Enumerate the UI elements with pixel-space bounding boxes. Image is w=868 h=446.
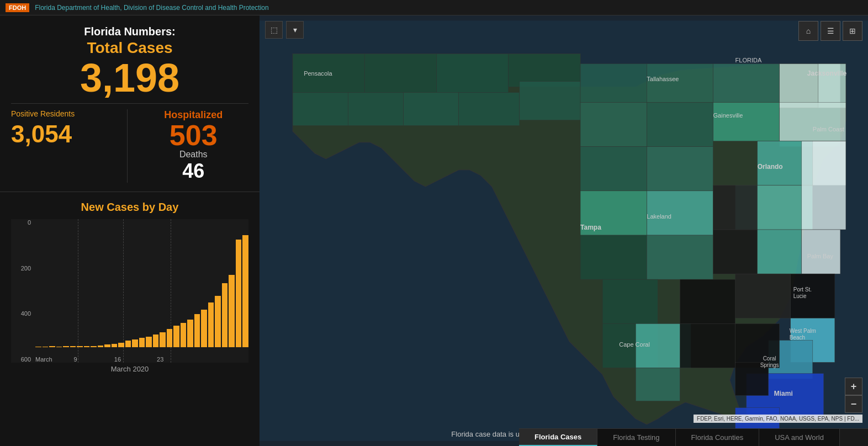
tab-florida-cases[interactable]: Florida Cases <box>519 429 597 446</box>
list-icon: ☰ <box>827 26 834 35</box>
tab-florida-testing-label: Florida Testing <box>613 433 659 442</box>
map-top-right-toolbar: ⌂ ☰ ⊞ <box>798 21 862 41</box>
zoom-out-button[interactable]: − <box>845 395 862 413</box>
tab-florida-counties-label: Florida Counties <box>691 433 744 442</box>
chart-area: New Cases by Day 600 400 200 0 March <box>0 192 260 446</box>
svg-text:FLORIDA: FLORIDA <box>735 57 762 63</box>
svg-rect-36 <box>602 279 658 323</box>
bar-19 <box>167 329 173 347</box>
svg-text:Orlando: Orlando <box>758 163 783 171</box>
svg-rect-24 <box>580 103 647 147</box>
svg-rect-10 <box>580 63 647 102</box>
header-logo: FDOH <box>6 3 29 12</box>
main-content: Florida Numbers: Total Cases 3,198 Posit… <box>0 15 868 446</box>
bar-14 <box>132 339 138 347</box>
svg-rect-33 <box>758 230 802 274</box>
bar-29 <box>236 240 242 347</box>
svg-rect-7 <box>403 93 458 126</box>
svg-text:Gainesville: Gainesville <box>713 112 743 119</box>
svg-text:Tallahassee: Tallahassee <box>647 76 679 83</box>
bar-21 <box>181 323 187 347</box>
svg-rect-25 <box>647 147 713 191</box>
bar-24 <box>201 310 207 347</box>
sub-stats: Positive Residents 3,054 Hospitalized 50… <box>11 103 248 183</box>
positive-residents-value: 3,054 <box>11 120 121 148</box>
header: FDOH Florida Department of Health, Divis… <box>0 0 868 15</box>
svg-rect-9 <box>520 82 580 120</box>
x-label-9: 9 <box>73 356 77 363</box>
chart-title: New Cases by Day <box>11 201 248 214</box>
bar-25 <box>208 302 214 347</box>
florida-map: Pensacola Tallahassee FLORIDA Jacksonvil… <box>260 15 868 446</box>
total-cases-value: 3,198 <box>11 58 248 98</box>
x-axis: March 9 16 23 <box>35 347 248 363</box>
y-label-200: 200 <box>11 265 33 272</box>
bar-12 <box>118 343 124 347</box>
bar-13 <box>125 341 131 347</box>
tab-florida-cases-label: Florida Cases <box>534 433 581 441</box>
x-label-16: 16 <box>114 356 121 363</box>
grid-icon: ⊞ <box>849 26 856 35</box>
svg-rect-40 <box>680 279 735 323</box>
svg-rect-35 <box>802 230 840 274</box>
svg-rect-34 <box>735 274 791 318</box>
bar-27 <box>222 283 228 347</box>
home-button[interactable]: ⌂ <box>798 21 818 41</box>
select-tool-button[interactable]: ⬚ <box>265 21 283 39</box>
svg-rect-30 <box>647 235 713 279</box>
grid-view-button[interactable]: ⊞ <box>843 21 862 41</box>
left-panel: Florida Numbers: Total Cases 3,198 Posit… <box>0 15 260 446</box>
chart-container: 600 400 200 0 March 9 16 23 <box>11 219 248 363</box>
svg-rect-29 <box>580 235 647 279</box>
bar-18 <box>160 332 166 347</box>
map-toolbar: ⬚ ▾ <box>265 21 304 39</box>
home-icon: ⌂ <box>806 26 811 35</box>
svg-text:Miami: Miami <box>774 390 793 397</box>
svg-rect-5 <box>293 93 348 126</box>
bar-16 <box>146 337 152 347</box>
tab-usa-world-label: USA and World <box>775 433 824 442</box>
stats-box: Florida Numbers: Total Cases 3,198 Posit… <box>0 15 260 192</box>
bar-30 <box>242 235 248 347</box>
florida-numbers-label: Florida Numbers: <box>11 25 248 38</box>
positive-residents-section: Positive Residents 3,054 <box>11 109 128 183</box>
svg-rect-39 <box>636 368 680 401</box>
deaths-value: 46 <box>139 160 249 183</box>
select-icon: ⬚ <box>271 25 278 34</box>
bar-22 <box>187 320 193 347</box>
svg-text:Cape Coral: Cape Coral <box>619 341 650 348</box>
tab-usa-world[interactable]: USA and World <box>759 429 840 446</box>
tab-florida-testing[interactable]: Florida Testing <box>597 429 675 446</box>
svg-rect-12 <box>713 63 779 102</box>
x-label-march: March <box>35 356 52 363</box>
zoom-in-button[interactable]: + <box>845 378 862 395</box>
y-axis: 600 400 200 0 <box>11 219 33 363</box>
svg-rect-6 <box>348 93 403 126</box>
bottom-tabs: Florida Cases Florida Testing Florida Co… <box>519 428 868 446</box>
map-attribution: FDEP, Esri, HERE, Garmin, FAO, NOAA, USG… <box>694 415 862 423</box>
bar-23 <box>194 314 200 347</box>
svg-text:Tampa: Tampa <box>580 224 601 231</box>
svg-text:Lucie: Lucie <box>793 293 807 299</box>
bar-20 <box>173 326 179 347</box>
svg-text:Pensacola: Pensacola <box>304 70 332 77</box>
hosp-deaths-section: Hospitalized 503 Deaths 46 <box>128 109 249 183</box>
svg-text:Coral: Coral <box>763 355 776 362</box>
svg-text:Palm Coast: Palm Coast <box>813 126 844 132</box>
y-label-0: 0 <box>11 219 33 226</box>
deaths-label: Deaths <box>139 150 249 160</box>
tab-florida-counties[interactable]: Florida Counties <box>676 429 760 446</box>
svg-rect-22 <box>802 141 846 230</box>
dropdown-tool-button[interactable]: ▾ <box>286 21 304 39</box>
bar-17 <box>153 334 159 347</box>
svg-rect-23 <box>647 103 713 147</box>
hospitalized-value: 503 <box>139 121 249 150</box>
header-title: Florida Department of Health, Division o… <box>35 4 269 12</box>
svg-rect-11 <box>647 63 713 102</box>
x-label-23: 23 <box>157 356 163 363</box>
list-view-button[interactable]: ☰ <box>821 21 840 41</box>
total-cases-label: Total Cases <box>11 39 248 57</box>
svg-rect-14 <box>713 103 779 141</box>
bars-area <box>35 219 248 347</box>
map-svg-container[interactable]: Pensacola Tallahassee FLORIDA Jacksonvil… <box>260 15 868 446</box>
